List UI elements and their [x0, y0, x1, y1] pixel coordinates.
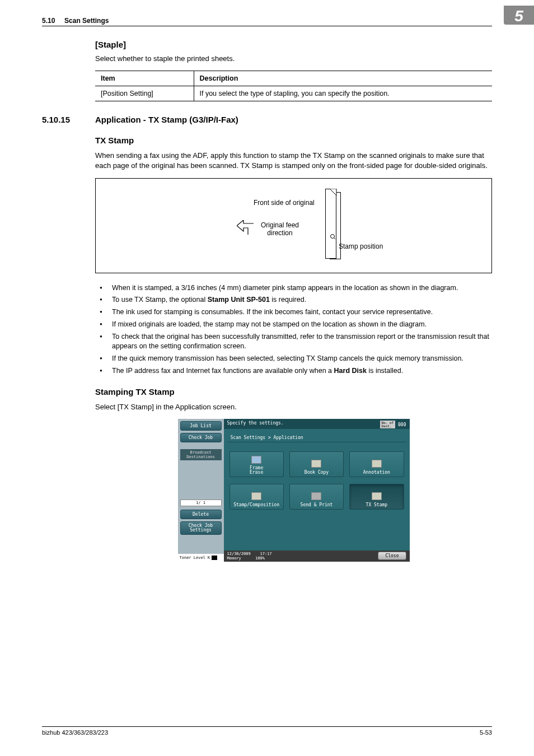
diagram-feed-label-2: direction — [261, 229, 299, 237]
check-job-settings-button[interactable]: Check Job Settings — [180, 521, 222, 535]
footer-page: 5-53 — [480, 729, 492, 736]
th-item: Item — [95, 71, 194, 86]
status-date: 12/30/2009 — [227, 552, 251, 556]
list-item: The ink used for stamping is consumables… — [112, 307, 492, 317]
breadcrumb: Scan Settings > Application — [227, 433, 406, 442]
close-button[interactable]: Close — [378, 552, 406, 560]
list-item: To check that the original has been succ… — [112, 332, 492, 351]
list-item: If mixed originals are loaded, the stamp… — [112, 320, 492, 329]
footer-model: bizhub 423/363/283/223 — [42, 729, 108, 736]
cell-description: If you select the type of stapling, you … — [194, 86, 492, 101]
table-row: [Position Setting] If you select the typ… — [95, 86, 492, 101]
stamp-circle-icon — [330, 234, 335, 239]
send-print-icon — [311, 492, 321, 500]
stamping-para: Select [TX Stamp] in the Application scr… — [95, 402, 492, 412]
job-list-button[interactable]: Job List — [180, 421, 222, 431]
chapter-number-tab: 5 — [504, 6, 534, 25]
broadcast-label: Broadcast Destinations — [180, 449, 222, 460]
frame-erase-tile[interactable]: Frame Erase — [229, 451, 284, 477]
book-copy-tile[interactable]: Book Copy — [289, 451, 344, 477]
book-copy-icon — [311, 460, 321, 468]
staple-intro: Select whether to staple the printed she… — [95, 54, 492, 64]
check-job-button[interactable]: Check Job — [180, 433, 222, 442]
annotation-tile[interactable]: Annotation — [349, 451, 404, 477]
toner-level: Toner Level K — [178, 554, 224, 562]
svg-line-1 — [334, 238, 335, 239]
stamp-composition-tile[interactable]: Stamp/Composition — [229, 484, 284, 510]
toner-bar-icon — [212, 556, 217, 560]
txstamp-diagram: Front side of original Original feed dir… — [95, 178, 492, 273]
txstamp-bullet-list: When it is stamped, a 3/16 inches (4 mm)… — [95, 283, 492, 376]
list-item: To use TX Stamp, the optional Stamp Unit… — [112, 295, 492, 305]
stamp-composition-icon — [251, 492, 261, 500]
staple-heading: [Staple] — [95, 40, 492, 49]
dest-count-label: No. of Dest. — [380, 421, 396, 428]
delete-button[interactable]: Delete — [180, 510, 222, 519]
dest-count-value: 000 — [398, 422, 406, 427]
svg-point-0 — [331, 234, 335, 238]
diagram-front-label: Front side of original — [254, 199, 315, 207]
pager: 1/ 1 — [180, 500, 222, 506]
subsection-number: 5.10.15 — [42, 115, 95, 124]
staple-table: Item Description [Position Setting] If y… — [95, 71, 492, 101]
status-time: 17:17 — [260, 552, 272, 556]
cell-item: [Position Setting] — [95, 86, 194, 101]
feed-arrow-icon — [237, 220, 255, 237]
annotation-icon — [372, 460, 382, 468]
txstamp-heading: TX Stamp — [95, 136, 492, 145]
frame-erase-icon — [251, 456, 261, 464]
page-fold-icon — [330, 189, 338, 197]
tx-stamp-icon — [372, 492, 382, 500]
application-screen: Job List Check Job Broadcast Destination… — [178, 419, 410, 562]
th-description: Description — [194, 71, 492, 86]
tx-stamp-tile[interactable]: TX Stamp — [349, 484, 404, 510]
list-item: When it is stamped, a 3/16 inches (4 mm)… — [112, 283, 492, 293]
specify-settings-label: Specify the settings. — [227, 421, 284, 427]
subsection-title: Application - TX Stamp (G3/IP/I-Fax) — [95, 115, 238, 124]
list-item: The IP address fax and Internet fax func… — [112, 366, 492, 376]
list-item: If the quick memory transmission has bee… — [112, 354, 492, 363]
header-section-title: Scan Settings — [64, 17, 109, 25]
status-memory-label: Memory — [227, 556, 241, 561]
diagram-stamp-label: Stamp position — [339, 242, 383, 250]
header-section-num: 5.10 — [42, 17, 55, 25]
diagram-feed-label-1: Original feed — [261, 221, 299, 229]
txstamp-para: When sending a fax using the ADF, apply … — [95, 151, 492, 171]
status-memory-value: 100% — [255, 556, 265, 561]
stamping-heading: Stamping TX Stamp — [95, 387, 492, 396]
send-print-tile[interactable]: Send & Print — [289, 484, 344, 510]
